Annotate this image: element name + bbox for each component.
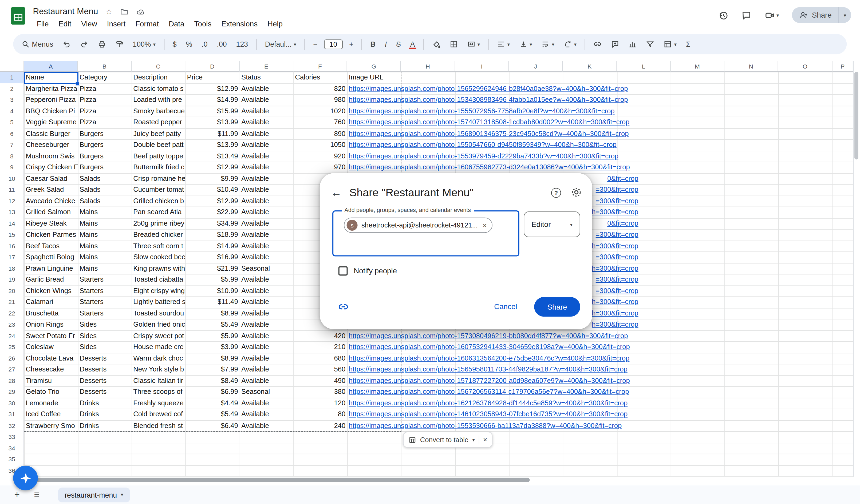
cell[interactable]: $5.49 — [185, 409, 240, 420]
column-header-N[interactable]: N — [725, 61, 778, 72]
cell[interactable]: Image URL — [347, 72, 401, 83]
cell-link[interactable]: https://images.unsplash.com/photo-153430… — [347, 94, 643, 105]
cell[interactable]: Crispy Chicken E — [24, 162, 78, 173]
cell[interactable]: 890 — [293, 128, 347, 139]
cell[interactable]: $4.49 — [185, 398, 240, 409]
functions-button[interactable]: Σ — [683, 39, 693, 50]
close-icon[interactable]: × — [483, 221, 487, 229]
cell[interactable]: $16.99 — [185, 251, 240, 263]
cell[interactable]: Pan seared Atla — [132, 207, 185, 218]
cell[interactable]: Available — [240, 319, 293, 330]
cell[interactable]: Sides — [78, 319, 132, 330]
add-sheet-button[interactable]: + — [14, 489, 19, 500]
cell[interactable]: Available — [240, 139, 293, 150]
column-header-D[interactable]: D — [185, 61, 240, 72]
notify-people-checkbox[interactable] — [339, 266, 348, 276]
fill-color-button[interactable] — [429, 39, 443, 50]
cell-link[interactable]: https://images.unsplash.com/photo-157187… — [347, 375, 643, 386]
column-header-O[interactable]: O — [778, 61, 832, 72]
cell[interactable]: Starters — [78, 285, 132, 296]
cell[interactable]: 250g prime ribey — [132, 218, 185, 229]
increase-font-size-button[interactable]: + — [346, 39, 356, 50]
row-header-1[interactable]: 1 — [0, 72, 24, 83]
cell[interactable]: Pizza — [78, 94, 132, 105]
cell[interactable]: Available — [240, 398, 293, 409]
cell[interactable]: Grilled chicken b — [132, 195, 185, 206]
cell[interactable]: Available — [240, 274, 293, 285]
borders-button[interactable] — [447, 39, 460, 50]
strikethrough-button[interactable]: S — [393, 39, 404, 50]
increase-decimals-button[interactable]: .00 — [214, 39, 230, 50]
cell[interactable]: New York style b — [132, 364, 185, 375]
cell[interactable]: Caesar Salad — [24, 173, 78, 184]
cell[interactable]: Description — [132, 72, 185, 83]
cell[interactable]: Warm dark choc — [132, 353, 185, 364]
cell[interactable]: Ribeye Steak — [24, 218, 78, 229]
cell[interactable]: Available — [240, 207, 293, 218]
row-header-24[interactable]: 24 — [0, 330, 24, 341]
ai-sparkle-fab[interactable] — [13, 465, 38, 490]
cell[interactable]: $9.99 — [185, 173, 240, 184]
cell[interactable]: 490 — [293, 375, 347, 386]
cell[interactable]: Category — [78, 72, 132, 83]
back-arrow-icon[interactable]: ← — [331, 187, 342, 199]
font-select[interactable]: Defaul...▾ — [262, 39, 299, 50]
cell[interactable]: $8.99 — [185, 308, 240, 319]
cell[interactable]: Greek Salad — [24, 184, 78, 195]
cell[interactable]: Available — [240, 229, 293, 240]
cell[interactable]: Available — [240, 341, 293, 353]
cell[interactable]: Available — [240, 330, 293, 341]
cell[interactable]: Toasted ciabatta — [132, 274, 185, 285]
cell[interactable]: $22.99 — [185, 207, 240, 218]
cell[interactable]: Classic Burger — [24, 128, 78, 139]
meet-button[interactable]: ▾ — [764, 10, 779, 20]
cell[interactable]: $34.99 — [185, 218, 240, 229]
cell[interactable]: Available — [240, 420, 293, 431]
cancel-button[interactable]: Cancel — [489, 297, 522, 317]
cell[interactable]: 380 — [293, 386, 347, 397]
cell[interactable]: Seasonal — [240, 386, 293, 397]
cell[interactable]: Slow cooked bee — [132, 251, 185, 263]
select-all-corner[interactable] — [0, 61, 24, 72]
cell-link[interactable]: https://images.unsplash.com/photo-156529… — [347, 83, 643, 94]
cell[interactable]: Burgers — [78, 162, 132, 173]
cell[interactable]: Buttermilk fried c — [132, 162, 185, 173]
insert-chart-button[interactable] — [626, 39, 640, 50]
horizontal-scrollbar[interactable] — [24, 478, 530, 482]
horizontal-align-button[interactable]: ▾ — [494, 39, 513, 50]
zoom-select[interactable]: 100%▾ — [130, 39, 158, 50]
cell[interactable]: Margherita Pizza — [24, 83, 78, 94]
row-header-6[interactable]: 6 — [0, 128, 24, 139]
cell[interactable]: $13.99 — [185, 139, 240, 150]
cell-link[interactable]: https://images.unsplash.com/photo-155054… — [347, 139, 643, 150]
font-size-input[interactable]: 10 — [324, 39, 343, 49]
menu-tools[interactable]: Tools — [190, 19, 215, 29]
vertical-align-button[interactable]: ▾ — [516, 39, 535, 50]
menu-insert[interactable]: Insert — [103, 19, 129, 29]
menu-view[interactable]: View — [77, 19, 101, 29]
cell[interactable]: $5.99 — [185, 274, 240, 285]
cell[interactable]: Tiramisu — [24, 375, 78, 386]
cell[interactable]: Available — [240, 83, 293, 94]
cell[interactable]: 980 — [293, 94, 347, 105]
cell[interactable]: $13.49 — [185, 150, 240, 162]
cell[interactable]: Available — [240, 285, 293, 296]
cell[interactable]: $6.49 — [185, 420, 240, 431]
menu-help[interactable]: Help — [264, 19, 287, 29]
column-header-J[interactable]: J — [509, 61, 563, 72]
print-button[interactable] — [95, 39, 109, 50]
column-header-M[interactable]: M — [671, 61, 725, 72]
cell[interactable]: Sides — [78, 330, 132, 341]
decrease-decimals-button[interactable]: .0 — [199, 39, 210, 50]
table-views-button[interactable]: ▾ — [661, 39, 679, 50]
cell[interactable]: $14.99 — [185, 240, 240, 251]
cell[interactable]: Cucumber tomat — [132, 184, 185, 195]
share-submit-button[interactable]: Share — [534, 297, 580, 317]
vertical-scrollbar[interactable] — [855, 72, 858, 160]
cell[interactable]: Sides — [78, 341, 132, 353]
cell-link[interactable]: https://images.unsplash.com/photo-155397… — [347, 150, 643, 162]
cell[interactable]: Status — [240, 72, 293, 83]
settings-gear-icon[interactable] — [571, 187, 582, 200]
cell[interactable]: Mains — [78, 229, 132, 240]
cell[interactable]: Freshly squeeze — [132, 398, 185, 409]
